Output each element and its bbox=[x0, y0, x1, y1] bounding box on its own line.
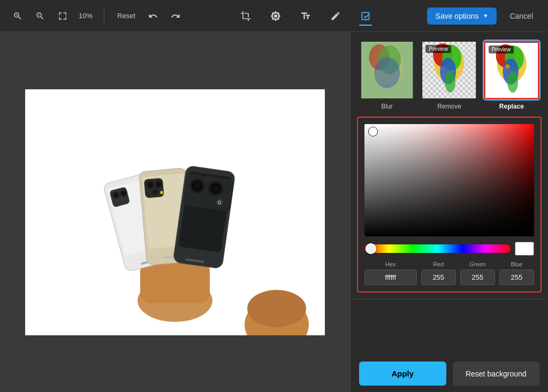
fit-button[interactable] bbox=[54, 8, 72, 24]
color-picker-panel: Hex Red Green Blue bbox=[357, 117, 542, 293]
green-label: Green bbox=[460, 261, 495, 267]
blur-preview-image bbox=[360, 42, 414, 98]
svg-point-60 bbox=[507, 72, 518, 93]
green-field: Green bbox=[460, 261, 495, 285]
undo-icon bbox=[148, 11, 158, 21]
hue-slider[interactable] bbox=[364, 244, 511, 253]
red-label: Red bbox=[421, 261, 456, 267]
blur-label: Blur bbox=[381, 103, 392, 110]
save-options-label: Save options bbox=[436, 12, 479, 20]
remove-bg-icon bbox=[360, 11, 371, 21]
color-swatch bbox=[515, 242, 534, 256]
preview-remove-wrapper: Preview bbox=[421, 41, 477, 99]
blue-field: Blue bbox=[499, 261, 534, 285]
brightness-icon bbox=[270, 11, 281, 21]
phones-illustration: G bbox=[25, 89, 325, 335]
toolbar-right: Save options ▼ Cancel bbox=[427, 7, 539, 25]
toolbar-divider-1 bbox=[104, 9, 104, 24]
crop-icon bbox=[240, 11, 251, 21]
reset-background-button[interactable]: Reset background bbox=[453, 362, 540, 386]
draw-icon bbox=[330, 11, 341, 21]
panel-bottom: Apply Reset background bbox=[351, 355, 548, 392]
cancel-button[interactable]: Cancel bbox=[503, 7, 539, 25]
replace-label: Replace bbox=[499, 103, 524, 110]
zoom-in-button[interactable] bbox=[9, 8, 27, 24]
remove-bg-tool-button[interactable] bbox=[356, 7, 375, 25]
preview-replace-wrapper: Preview bbox=[484, 41, 539, 99]
toolbar-center bbox=[185, 7, 427, 25]
remove-preview-tag: Preview bbox=[425, 45, 451, 53]
blue-input[interactable] bbox=[499, 270, 534, 285]
apply-button[interactable]: Apply bbox=[359, 362, 446, 386]
canvas-area[interactable]: G bbox=[0, 32, 350, 392]
picker-handle[interactable] bbox=[369, 127, 377, 136]
svg-rect-27 bbox=[182, 173, 234, 211]
text-tool-button[interactable] bbox=[296, 7, 315, 25]
hex-field: Hex bbox=[364, 261, 417, 285]
svg-point-61 bbox=[505, 64, 510, 68]
redo-button[interactable] bbox=[166, 8, 185, 24]
zoom-out-button[interactable] bbox=[31, 8, 49, 24]
hex-input[interactable] bbox=[364, 270, 417, 285]
zoom-out-icon bbox=[35, 11, 45, 21]
canvas-image: G bbox=[25, 89, 325, 335]
green-input[interactable] bbox=[460, 270, 495, 285]
hex-label: Hex bbox=[364, 261, 417, 267]
panel-divider bbox=[351, 299, 548, 299]
undo-button[interactable] bbox=[144, 8, 162, 24]
right-panel: Blur Preview bbox=[350, 32, 548, 392]
red-input[interactable] bbox=[421, 270, 456, 285]
svg-rect-17 bbox=[144, 178, 164, 198]
hue-thumb[interactable] bbox=[366, 243, 376, 254]
red-field: Red bbox=[421, 261, 456, 285]
text-icon bbox=[300, 11, 311, 21]
svg-point-38 bbox=[247, 290, 306, 327]
main-toolbar: 10% Reset bbox=[0, 0, 548, 32]
preview-card-remove[interactable]: Preview bbox=[421, 41, 477, 110]
preview-card-replace[interactable]: Preview Replace bbox=[484, 41, 539, 110]
preview-card-blur[interactable]: Blur bbox=[359, 41, 415, 110]
redo-icon bbox=[171, 11, 180, 21]
brightness-tool-button[interactable] bbox=[266, 7, 285, 25]
zoom-in-icon bbox=[13, 11, 22, 21]
toolbar-left: 10% Reset bbox=[9, 8, 185, 24]
replace-preview-tag: Preview bbox=[489, 45, 514, 53]
draw-tool-button[interactable] bbox=[326, 7, 345, 25]
color-gradient[interactable] bbox=[364, 124, 534, 236]
preview-blur-wrapper bbox=[359, 41, 415, 99]
remove-label: Remove bbox=[437, 103, 461, 110]
main-area: G bbox=[0, 32, 548, 392]
preview-cards: Blur Preview bbox=[351, 32, 548, 114]
chevron-down-icon: ▼ bbox=[483, 13, 489, 19]
svg-text:G: G bbox=[217, 199, 222, 205]
blue-label: Blue bbox=[499, 261, 534, 267]
rgba-row: Hex Red Green Blue bbox=[364, 261, 534, 285]
zoom-level: 10% bbox=[76, 12, 95, 20]
svg-rect-44 bbox=[361, 42, 413, 98]
save-options-button[interactable]: Save options ▼ bbox=[427, 7, 497, 25]
reset-button[interactable]: Reset bbox=[113, 10, 140, 22]
fit-icon bbox=[58, 11, 67, 21]
black-overlay bbox=[364, 124, 534, 236]
hue-slider-row bbox=[364, 242, 534, 256]
svg-point-54 bbox=[445, 71, 455, 93]
crop-tool-button[interactable] bbox=[236, 7, 255, 25]
